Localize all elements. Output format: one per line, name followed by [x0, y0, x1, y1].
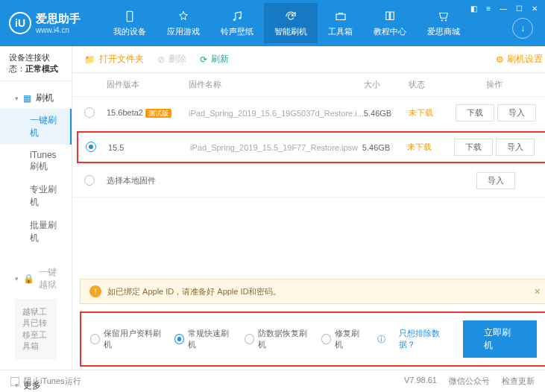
window-controls: ◧ ≡ — ☐ ✕	[469, 3, 539, 14]
nav-device[interactable]: 我的设备	[103, 3, 157, 43]
nav-ringtones[interactable]: 铃声壁纸	[210, 3, 264, 43]
firmware-row-local[interactable]: 选择本地固件 导入	[72, 165, 545, 197]
nav-tutorial[interactable]: 教程中心	[363, 3, 417, 43]
exclude-data-link[interactable]: 只想排除数据？	[399, 328, 450, 350]
theme-icon[interactable]: ◧	[469, 3, 479, 14]
info-icon[interactable]: ⓘ	[377, 334, 385, 345]
wechat-link[interactable]: 微信公众号	[449, 376, 490, 387]
row-radio[interactable]	[84, 175, 95, 186]
flash-settings-button[interactable]: ⚙刷机设置	[496, 53, 543, 66]
flash-options-bar: 保留用户资料刷机 常规快速刷机 防数据恢复刷机 修复刷机 ⓘ 只想排除数据？ 立…	[80, 312, 545, 367]
sidebar-flash-header[interactable]: ▾▦刷机	[0, 87, 72, 109]
import-button[interactable]: 导入	[496, 139, 535, 156]
flash-now-button[interactable]: 立即刷机	[463, 320, 537, 358]
flash-icon: ▦	[23, 93, 31, 104]
svg-point-5	[445, 19, 447, 21]
footer: 阻止iTunes运行 V7.98.61 微信公众号 检查更新	[0, 370, 545, 392]
cart-icon	[436, 9, 451, 24]
radio-icon	[245, 334, 254, 344]
sidebar-item-pro[interactable]: 专业刷机	[0, 178, 72, 214]
col-status: 状态	[409, 79, 446, 90]
radio-icon	[174, 334, 184, 344]
fw-size: 5.46GB	[364, 109, 409, 118]
opt-antirecovery[interactable]: 防数据恢复刷机	[245, 328, 308, 350]
download-manager-icon[interactable]: ↓	[512, 18, 533, 39]
refresh-icon	[283, 9, 298, 24]
nav-tools[interactable]: 工具箱	[318, 3, 363, 43]
gear-icon: ⚙	[496, 54, 504, 65]
open-folder-button[interactable]: 📁打开文件夹	[84, 53, 144, 66]
svg-point-4	[441, 19, 443, 21]
sidebar: 设备连接状态：正常模式 ▾▦刷机 一键刷机 iTunes刷机 专业刷机 批量刷机…	[0, 46, 72, 370]
maximize-icon[interactable]: ☐	[514, 3, 524, 14]
col-version: 固件版本	[107, 79, 189, 90]
jailbreak-moved-note: 越狱工具已转移至工具箱	[15, 299, 57, 360]
logo: iU 爱思助手 www.i4.cn	[9, 12, 81, 34]
app-url: www.i4.cn	[36, 26, 81, 34]
refresh-button[interactable]: ⟳刷新	[200, 53, 229, 66]
delete-button: ⊘删除	[157, 53, 186, 66]
main-panel: 📁打开文件夹 ⊘删除 ⟳刷新 ⚙刷机设置 固件版本 固件名称 大小 状态 操作 …	[72, 46, 545, 370]
check-update-link[interactable]: 检查更新	[502, 376, 535, 387]
phone-icon	[122, 9, 137, 24]
delete-icon: ⊘	[157, 54, 165, 65]
svg-point-2	[239, 17, 241, 19]
beta-badge: 测试版	[145, 109, 171, 118]
menu-icon[interactable]: ≡	[485, 3, 492, 14]
svg-rect-3	[336, 14, 345, 20]
music-icon	[230, 9, 245, 24]
sidebar-jailbreak-header: ▾🔒一键越狱	[0, 262, 72, 296]
chevron-down-icon: ▾	[15, 95, 19, 102]
sidebar-item-oneclick[interactable]: 一键刷机	[0, 109, 72, 145]
sidebar-item-itunes[interactable]: iTunes刷机	[0, 145, 72, 178]
fw-status: 未下载	[409, 107, 446, 118]
warning-icon: !	[89, 285, 101, 297]
book-icon	[382, 9, 397, 24]
table-header: 固件版本 固件名称 大小 状态 操作	[72, 73, 545, 97]
radio-icon	[90, 334, 100, 344]
row-radio[interactable]	[86, 142, 96, 152]
fw-size: 5.46GB	[362, 143, 407, 152]
logo-icon: iU	[9, 12, 31, 34]
appleid-notice: ! 如已绑定 Apple ID，请准备好 Apple ID和密码。 ✕	[80, 279, 545, 304]
fw-filename: iPad_Spring_2019_15.6_19G5037d_Restore.i…	[189, 109, 364, 118]
col-name: 固件名称	[189, 79, 364, 90]
col-ops: 操作	[446, 79, 543, 90]
firmware-row-selected[interactable]: 15.5 iPad_Spring_2019_15.5_19F77_Restore…	[77, 131, 545, 163]
radio-icon	[321, 334, 331, 344]
apps-icon	[176, 9, 191, 24]
opt-quick[interactable]: 常规快速刷机	[174, 328, 231, 350]
sidebar-item-batch[interactable]: 批量刷机	[0, 214, 72, 250]
firmware-row[interactable]: 15.6beta2测试版 iPad_Spring_2019_15.6_19G50…	[72, 97, 545, 130]
connection-status: 设备连接状态：正常模式	[0, 46, 72, 81]
download-button[interactable]: 下载	[456, 104, 494, 121]
minimize-icon[interactable]: —	[498, 3, 508, 14]
fw-status: 未下载	[407, 142, 444, 153]
app-header: iU 爱思助手 www.i4.cn 我的设备 应用游戏 铃声壁纸 智能刷机 工具…	[0, 0, 545, 46]
import-button[interactable]: 导入	[476, 172, 515, 189]
fw-filename: iPad_Spring_2019_15.5_19F77_Restore.ipsw	[190, 143, 362, 152]
svg-rect-0	[127, 11, 133, 22]
row-radio[interactable]	[84, 107, 95, 118]
block-itunes-checkbox[interactable]	[10, 377, 19, 386]
nav-apps[interactable]: 应用游戏	[157, 3, 210, 43]
notice-close-icon[interactable]: ✕	[534, 287, 541, 297]
toolbox-icon	[333, 9, 348, 24]
download-button[interactable]: 下载	[454, 139, 493, 156]
close-icon[interactable]: ✕	[530, 3, 539, 14]
folder-icon: 📁	[84, 54, 95, 65]
col-size: 大小	[364, 79, 409, 90]
version-label: V7.98.61	[404, 376, 437, 387]
chevron-down-icon: ▾	[15, 275, 19, 282]
opt-repair[interactable]: 修复刷机	[321, 328, 363, 350]
app-title: 爱思助手	[36, 12, 81, 26]
svg-point-1	[233, 19, 236, 21]
toolbar: 📁打开文件夹 ⊘删除 ⟳刷新 ⚙刷机设置	[72, 46, 545, 73]
import-button[interactable]: 导入	[497, 104, 536, 121]
nav-store[interactable]: 爱思商城	[417, 3, 470, 43]
refresh-icon: ⟳	[200, 54, 207, 65]
lock-icon: 🔒	[23, 274, 34, 284]
opt-keep-data[interactable]: 保留用户资料刷机	[90, 328, 161, 350]
nav-flash[interactable]: 智能刷机	[264, 3, 318, 43]
